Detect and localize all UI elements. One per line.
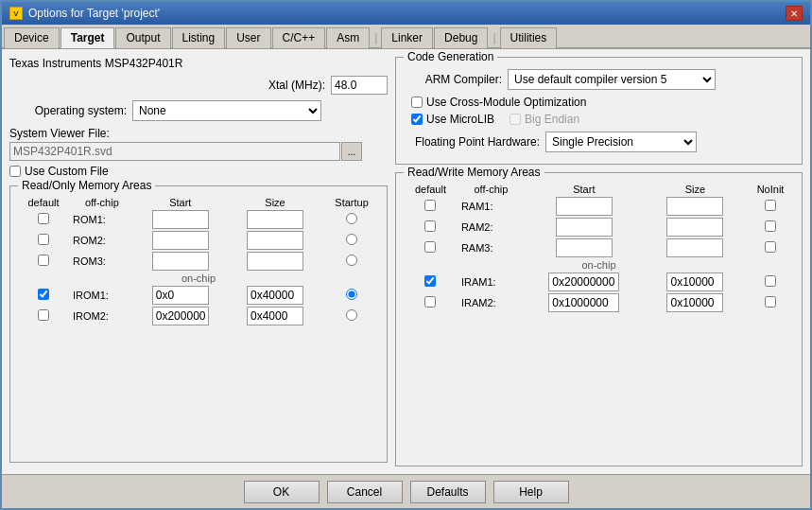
col-size: Size bbox=[228, 196, 322, 209]
ram1-size[interactable] bbox=[666, 197, 723, 216]
device-label: Texas Instruments MSP432P401R bbox=[9, 57, 388, 70]
cancel-button[interactable]: Cancel bbox=[327, 481, 403, 503]
table-row: RAM1: bbox=[402, 196, 796, 217]
irom2-start[interactable] bbox=[152, 307, 209, 325]
ram1-default-check[interactable] bbox=[424, 200, 436, 211]
tab-linker[interactable]: Linker bbox=[381, 27, 433, 48]
irom1-default-check[interactable] bbox=[38, 289, 49, 300]
rw-col-offchip: off-chip bbox=[459, 183, 523, 196]
rom3-default-check[interactable] bbox=[38, 255, 49, 266]
on-chip-label-row: on-chip bbox=[16, 272, 381, 285]
ram1-start[interactable] bbox=[556, 197, 613, 216]
ok-button[interactable]: OK bbox=[244, 481, 320, 503]
irom1-startup[interactable] bbox=[346, 289, 357, 300]
table-row: ROM3: bbox=[16, 251, 381, 272]
defaults-button[interactable]: Defaults bbox=[410, 481, 486, 503]
table-row: ROM1: bbox=[16, 209, 381, 230]
rom3-start[interactable] bbox=[152, 252, 209, 271]
app-icon: V bbox=[9, 7, 23, 20]
rom1-size[interactable] bbox=[247, 210, 303, 229]
iram2-size[interactable] bbox=[666, 293, 723, 312]
ram3-size[interactable] bbox=[666, 238, 723, 257]
svd-label: System Viewer File: bbox=[9, 127, 110, 140]
rom1-startup[interactable] bbox=[346, 213, 357, 224]
rom2-default-check[interactable] bbox=[38, 234, 49, 245]
cross-module-label: Use Cross-Module Optimization bbox=[426, 96, 586, 109]
tab-debug[interactable]: Debug bbox=[434, 27, 488, 48]
rom2-startup[interactable] bbox=[346, 234, 357, 245]
custom-file-label: Use Custom File bbox=[25, 165, 109, 178]
rw-col-size: Size bbox=[646, 183, 745, 196]
table-row: IRAM2: bbox=[402, 292, 796, 313]
ram2-start[interactable] bbox=[556, 218, 613, 237]
title-bar: V Options for Target 'project' ✕ bbox=[2, 2, 810, 25]
rom3-size[interactable] bbox=[247, 252, 303, 271]
tab-cpp[interactable]: C/C++ bbox=[272, 27, 326, 48]
iram2-start[interactable] bbox=[548, 293, 619, 312]
col-default: default bbox=[16, 196, 71, 209]
ram3-noinit[interactable] bbox=[765, 241, 776, 253]
xtal-input[interactable] bbox=[331, 76, 388, 95]
microlib-label: Use MicroLIB bbox=[426, 113, 494, 126]
rom1-start[interactable] bbox=[152, 210, 209, 229]
ram2-default-check[interactable] bbox=[424, 220, 436, 232]
ram1-noinit[interactable] bbox=[765, 200, 776, 211]
rom2-size[interactable] bbox=[247, 231, 303, 250]
compiler-select[interactable]: Use default compiler version 5 bbox=[508, 69, 716, 90]
tab-asm[interactable]: Asm bbox=[326, 27, 370, 48]
rom3-startup[interactable] bbox=[346, 255, 357, 266]
fp-select[interactable]: Not Used Single Precision Double Precisi… bbox=[545, 132, 697, 152]
table-row: IROM1: bbox=[16, 285, 381, 306]
irom1-start[interactable] bbox=[152, 286, 209, 305]
tab-user[interactable]: User bbox=[226, 27, 270, 48]
col-start: Start bbox=[133, 196, 228, 209]
on-chip-label-row: on-chip bbox=[402, 258, 796, 272]
svd-file-input[interactable] bbox=[9, 142, 340, 161]
col-startup: Startup bbox=[322, 196, 381, 209]
code-gen-title: Code Generation bbox=[404, 50, 497, 63]
microlib-checkbox[interactable] bbox=[411, 114, 423, 125]
iram1-default-check[interactable] bbox=[424, 275, 436, 287]
os-select[interactable]: None bbox=[132, 100, 321, 121]
tab-target[interactable]: Target bbox=[60, 27, 115, 48]
iram2-noinit[interactable] bbox=[765, 296, 776, 308]
table-row: RAM3: bbox=[402, 237, 796, 258]
col-offchip: off-chip bbox=[71, 196, 133, 209]
tab-listing[interactable]: Listing bbox=[172, 27, 226, 48]
tab-utilities[interactable]: Utilities bbox=[500, 27, 558, 48]
ram3-default-check[interactable] bbox=[424, 241, 436, 253]
table-row: IROM2: bbox=[16, 306, 381, 326]
custom-file-checkbox[interactable] bbox=[9, 166, 21, 177]
close-button[interactable]: ✕ bbox=[786, 6, 803, 21]
svd-browse-button[interactable]: ... bbox=[341, 142, 362, 161]
tab-device[interactable]: Device bbox=[4, 27, 60, 48]
irom1-size[interactable] bbox=[247, 286, 303, 305]
tab-bar: Device Target Output Listing User C/C++ … bbox=[2, 25, 810, 49]
cross-module-checkbox[interactable] bbox=[411, 97, 423, 108]
os-label: Operating system: bbox=[9, 104, 132, 117]
big-endian-checkbox[interactable] bbox=[510, 114, 521, 125]
compiler-label: ARM Compiler: bbox=[404, 73, 508, 86]
readonly-memory-title: Read/Only Memory Areas bbox=[18, 179, 155, 192]
iram2-default-check[interactable] bbox=[424, 296, 436, 308]
iram1-noinit[interactable] bbox=[765, 275, 776, 287]
irom2-size[interactable] bbox=[247, 307, 303, 325]
irom2-startup[interactable] bbox=[346, 309, 357, 321]
table-row: ROM2: bbox=[16, 230, 381, 251]
iram1-size[interactable] bbox=[666, 273, 723, 291]
ram3-start[interactable] bbox=[556, 238, 613, 257]
window-title: Options for Target 'project' bbox=[28, 7, 160, 20]
rw-col-start: Start bbox=[523, 183, 646, 196]
rom2-start[interactable] bbox=[152, 231, 209, 250]
rw-col-noinit: NoInit bbox=[745, 183, 796, 196]
ram2-size[interactable] bbox=[666, 218, 723, 237]
big-endian-label: Big Endian bbox=[525, 113, 579, 126]
tab-output[interactable]: Output bbox=[115, 27, 170, 48]
help-button[interactable]: Help bbox=[493, 481, 569, 503]
iram1-start[interactable] bbox=[548, 273, 619, 291]
irom2-default-check[interactable] bbox=[38, 309, 49, 321]
table-row: IRAM1: bbox=[402, 272, 796, 292]
readwrite-memory-title: Read/Write Memory Areas bbox=[404, 166, 544, 179]
rom1-default-check[interactable] bbox=[38, 213, 49, 224]
ram2-noinit[interactable] bbox=[765, 220, 776, 232]
